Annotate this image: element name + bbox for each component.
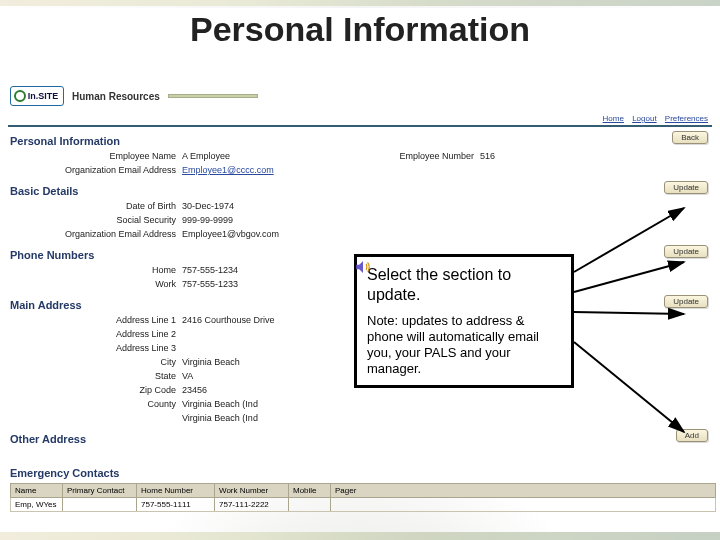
update-basic-button[interactable]: Update [664, 181, 708, 194]
table-row: Emp, WYes 757-555-1111 757-111-2222 [10, 498, 716, 512]
section-emergency-title: Emergency Contacts [4, 463, 716, 481]
city-label: City [12, 355, 182, 369]
ssn-label: Social Security [12, 213, 182, 227]
org-email-link[interactable]: Employee1@cccc.com [182, 165, 274, 175]
emp-name-label: Employee Name [12, 149, 182, 163]
home-phone-value: 757-555-1234 [182, 263, 238, 277]
callout-note: Note: updates to address & phone will au… [367, 313, 561, 377]
instruction-callout: Select the section to update. Note: upda… [354, 254, 574, 388]
cell-home: 757-555-1111 [137, 498, 215, 511]
zip-value: 23456 [182, 383, 207, 397]
addr-l1-label: Address Line 1 [12, 313, 182, 327]
state-value: VA [182, 369, 193, 383]
speaker-icon [354, 258, 372, 276]
section-other-address-title: Other Address [4, 429, 716, 447]
ssn-value: 999-99-9999 [182, 213, 233, 227]
logout-link[interactable]: Logout [632, 114, 656, 123]
zip-label: Zip Code [12, 383, 182, 397]
col-pager: Pager [331, 484, 369, 497]
city-value: Virginia Beach [182, 355, 240, 369]
col-mobile: Mobile [289, 484, 331, 497]
callout-heading: Select the section to update. [367, 265, 561, 305]
org-email-label: Organization Email Address [12, 163, 182, 177]
col-home: Home Number [137, 484, 215, 497]
cell-mobile [289, 498, 331, 511]
col-primary: Primary Contact [63, 484, 137, 497]
slide-title: Personal Information [0, 10, 720, 49]
state-label: State [12, 369, 182, 383]
section-personal-title: Personal Information [4, 131, 716, 149]
emergency-table: Name Primary Contact Home Number Work Nu… [10, 483, 716, 512]
addr-l1-value: 2416 Courthouse Drive [182, 313, 275, 327]
app-screenshot: In.SITE Human Resources Home Logout Pref… [4, 82, 716, 492]
module-label: Human Resources [72, 91, 160, 102]
back-button[interactable]: Back [672, 131, 708, 144]
emp-num-label: Employee Number [230, 149, 480, 163]
emp-num-value: 516 [480, 149, 495, 163]
col-work: Work Number [215, 484, 289, 497]
home-link[interactable]: Home [603, 114, 624, 123]
addr-l3-label: Address Line 3 [12, 341, 182, 355]
col-name: Name [11, 484, 63, 497]
emp-name-value: A Employee [182, 149, 230, 163]
home-phone-label: Home [12, 263, 182, 277]
work-phone-label: Work [12, 277, 182, 291]
top-links: Home Logout Preferences [4, 112, 716, 125]
addr-l2-label: Address Line 2 [12, 327, 182, 341]
county-label: County [12, 397, 182, 411]
update-phone-button[interactable]: Update [664, 245, 708, 258]
logo-text: In.SITE [28, 91, 59, 101]
work-phone-value: 757-555-1233 [182, 277, 238, 291]
cell-work: 757-111-2222 [215, 498, 289, 511]
county-extra-value: Virginia Beach (Ind [182, 411, 258, 425]
dob-value: 30-Dec-1974 [182, 199, 234, 213]
update-address-button[interactable]: Update [664, 295, 708, 308]
section-basic-title: Basic Details [4, 181, 716, 199]
cell-primary [63, 498, 137, 511]
basic-org-email-value: Employee1@vbgov.com [182, 227, 279, 241]
basic-org-email-label: Organization Email Address [12, 227, 182, 241]
module-bar [168, 94, 258, 98]
cell-name: Emp, WYes [11, 498, 63, 511]
cell-pager [331, 498, 369, 511]
logo: In.SITE [10, 86, 64, 106]
preferences-link[interactable]: Preferences [665, 114, 708, 123]
dob-label: Date of Birth [12, 199, 182, 213]
county-value: Virginia Beach (Ind [182, 397, 258, 411]
add-address-button[interactable]: Add [676, 429, 708, 442]
